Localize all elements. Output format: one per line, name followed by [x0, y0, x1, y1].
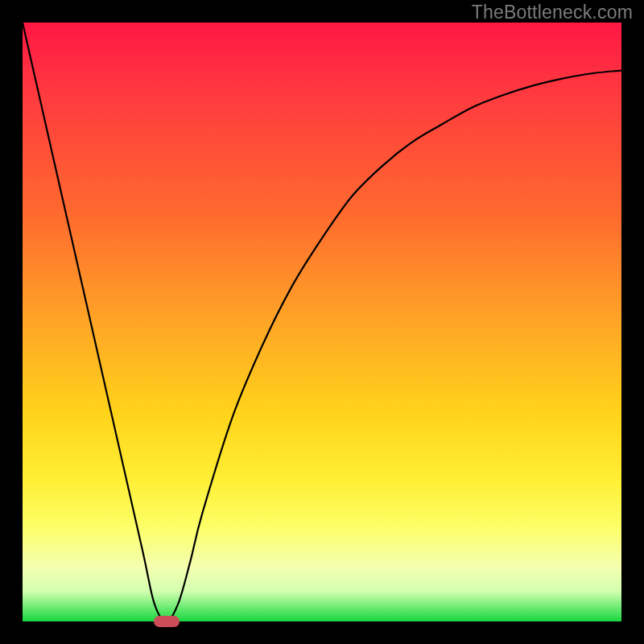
- optimal-marker: [154, 616, 180, 627]
- plot-area: [23, 23, 621, 621]
- bottleneck-curve: [23, 23, 621, 621]
- chart-frame: TheBottleneck.com: [0, 0, 644, 644]
- watermark-text: TheBottleneck.com: [472, 2, 633, 23]
